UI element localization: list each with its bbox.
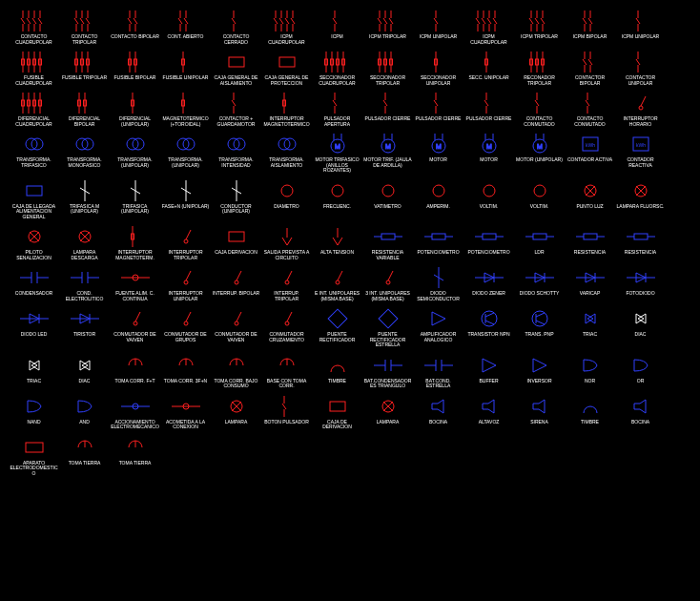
toma-corr-bajo-consumo-icon	[217, 354, 256, 377]
svg-rect-263	[432, 234, 445, 239]
svg-line-183	[535, 100, 539, 106]
symbol-label: Tiristor	[73, 332, 95, 338]
symbol-label: Toma Corr. 3F+N	[164, 379, 207, 384]
symbol-caja-llegada: Caja de Llegada Alimentacion General	[10, 179, 58, 220]
magnetotermico-toroidal-icon	[167, 92, 205, 114]
symbol-e-int-unipolares-2: 3 Int. Unipolares (Misma Base)	[363, 266, 412, 301]
symbol-label: ICPM Unipolar	[622, 34, 659, 40]
symbol-label: Fuente Alim. C. Continua	[111, 291, 159, 301]
potenciometro-2-icon	[470, 225, 508, 248]
svg-line-328	[536, 321, 545, 324]
transistor-npn-icon	[470, 307, 508, 330]
symbol-icpm-cuadrupolar-2: ICPM Cuadrupolar	[464, 10, 513, 45]
fusible-cuadrupolar-icon	[15, 51, 53, 73]
symbol-acometida-conexion: Acometida a la Conexion	[161, 395, 210, 430]
symbol-label: Bocina	[631, 420, 649, 425]
timbre-2-icon	[571, 395, 609, 418]
lampara-2-icon	[369, 395, 407, 418]
svg-line-8	[32, 18, 36, 24]
symbol-label: Caja Derivacion	[215, 250, 257, 256]
icpm-bipolar-icon	[571, 10, 609, 32]
symbol-motor-2: MMotor	[464, 133, 513, 174]
diodo-led-icon	[15, 307, 53, 330]
symbol-label: Pulsador Apertura	[313, 116, 361, 127]
symbol-label: Diodo LED	[21, 332, 48, 338]
seccionador-tripolar-icon	[369, 51, 407, 73]
symbol-label: Lampara Fluorsc.	[617, 204, 665, 210]
svg-line-324	[485, 321, 494, 324]
symbol-contacto-conmutado-2: Contacto Conmutado	[566, 92, 614, 127]
symbol-label: Conductor (Unipolar)	[212, 204, 260, 215]
svg-point-187	[639, 106, 643, 110]
svg-line-314	[186, 312, 191, 321]
icpm-tripolar-icon	[369, 10, 407, 32]
svg-point-287	[184, 280, 188, 284]
symbol-label: Transforma. Monofasico	[60, 157, 109, 168]
symbol-label: Altavoz	[479, 420, 500, 425]
symbol-label: Contacto Tripolar	[60, 34, 109, 45]
symbol-fase-n-unipolar: Fase+N (Unipolar)	[161, 179, 210, 220]
symbol-label: ICPM Cuadrupolar	[464, 34, 513, 45]
symbol-label: Reconador Tripolar	[515, 75, 564, 86]
svg-line-35	[232, 18, 236, 24]
svg-point-236	[382, 185, 394, 197]
svg-line-186	[586, 100, 589, 106]
symbol-altavoz: Altavoz	[464, 395, 513, 430]
symbol-label: Motor	[480, 157, 498, 163]
contacto-tripolar-icon	[66, 10, 104, 32]
symbol-pulsador-cierre-2: Pulsador Cierre	[414, 92, 463, 127]
svg-line-41	[279, 18, 283, 24]
symbol-fusible-tripolar: Fusible Tripolar	[60, 51, 109, 86]
symbol-label: Potenciometro	[467, 250, 509, 256]
svg-line-288	[186, 271, 191, 280]
symbol-secc-unipolar: Secc. Unipolar	[464, 51, 513, 86]
symbol-diac: Diac	[616, 307, 665, 348]
symbol-label: Magnetotermico (+Toroidal)	[161, 116, 210, 127]
symbol-label: Salida Prevista a Circuito	[262, 250, 311, 260]
base-con-toma-corr-icon	[268, 354, 306, 377]
lampara-icon	[217, 395, 256, 418]
timbre-icon	[319, 354, 357, 377]
svg-point-291	[285, 280, 289, 284]
symbol-label: Caja de Llegada Alimentacion General	[10, 204, 58, 220]
svg-point-311	[134, 321, 137, 325]
symbol-interruptor-horario: Interruptor Horario	[616, 92, 665, 127]
svg-point-293	[336, 280, 340, 284]
symbol-seccionador-cuadrupolar: Seccionador Cuadrupolar	[313, 51, 361, 86]
symbol-puente-rectificador-estrella: Puente Rectificador Estrella	[363, 307, 412, 348]
symbol-pulsador-cierre: Pulsador Cierre	[363, 92, 412, 127]
symbol-label: Fotodiodo	[626, 291, 654, 297]
svg-point-237	[433, 185, 444, 197]
symbol-label: Diac	[635, 332, 647, 338]
symbol-diferencial-bipolar: Diferencial Bipolar	[60, 92, 109, 127]
symbol-fusible-bipolar: Fusible Bipolar	[111, 51, 159, 86]
svg-line-32	[184, 18, 188, 24]
transforma-unipolar-icon	[116, 133, 154, 155]
cond-electrolitico-icon	[66, 266, 104, 289]
svg-rect-355	[26, 443, 43, 452]
symbol-icpm-cuadrupolar: ICPM Cuadrupolar	[262, 10, 311, 45]
bocina-icon	[420, 395, 458, 418]
diac-2-icon	[66, 354, 104, 377]
caja-derivacion-2-icon	[319, 395, 357, 418]
symbol-label: Piloto Senalizacion	[10, 250, 58, 260]
svg-line-80	[535, 18, 539, 24]
svg-line-177	[434, 100, 438, 106]
symbol-interruptor-magnetotermico: Interruptor Magnetotermico	[262, 92, 311, 127]
symbol-label: Motor	[429, 157, 447, 163]
icpm-unipolar-icon	[420, 10, 458, 32]
symbol-label: Motor Trif. (Jaula de Ardilla)	[363, 157, 412, 168]
svg-line-318	[287, 312, 292, 321]
symbol-toma-tierra-2: Toma Tierra	[111, 436, 159, 477]
symbol-voltim: Voltim.	[464, 179, 513, 220]
symbol-label: Conmutador de Vaiven	[111, 332, 159, 342]
seccionador-unipolar-icon	[420, 51, 458, 73]
svg-line-68	[482, 18, 485, 24]
diferencial-cuadrupolar-icon	[15, 92, 53, 114]
symbol-nor: NOR	[566, 354, 614, 389]
symbol-boton-pulsador: Boton Pulsador	[262, 395, 311, 430]
symbol-puente-rectificador: Puente Rectificador	[313, 307, 361, 348]
symbol-label: ICPM	[331, 34, 343, 40]
motor-unipolar-icon: M	[521, 133, 559, 155]
symbol-label: Seccionador Unipolar	[414, 75, 463, 86]
